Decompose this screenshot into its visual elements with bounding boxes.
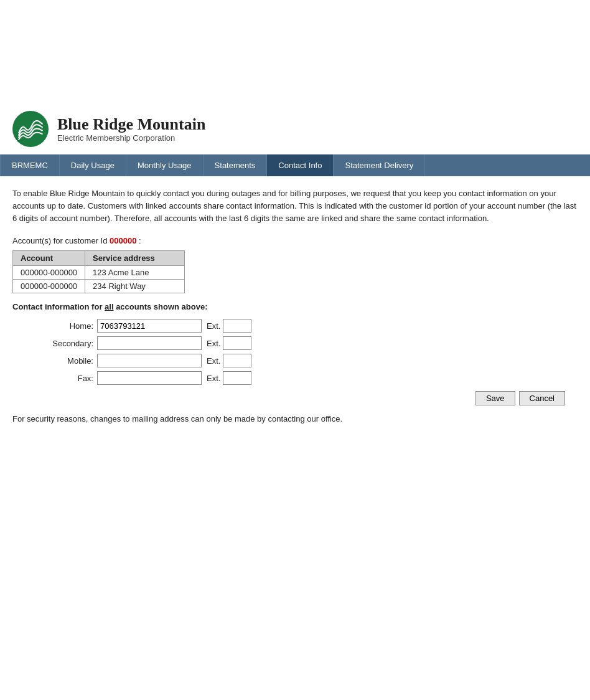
- secondary-ext-input[interactable]: [223, 336, 251, 350]
- home-ext-label: Ext.: [207, 321, 220, 331]
- mobile-ext-label: Ext.: [207, 356, 220, 366]
- nav-statement-delivery[interactable]: Statement Delivery: [334, 154, 425, 176]
- contact-label-underline: all: [105, 302, 113, 311]
- contact-label-prefix: Contact information for: [12, 302, 105, 311]
- contact-form: Home: Ext. Secondary: Ext. Mobile: Ext. …: [37, 319, 578, 385]
- contact-label-suffix: accounts shown above:: [114, 302, 208, 311]
- nav-monthly-usage[interactable]: Monthly Usage: [126, 154, 204, 176]
- fax-ext-input[interactable]: [223, 371, 251, 385]
- secondary-ext-label: Ext.: [207, 339, 220, 348]
- fax-input[interactable]: [97, 371, 202, 385]
- save-button[interactable]: Save: [475, 391, 515, 405]
- logo: [12, 111, 49, 147]
- customer-id-value: 000000: [110, 236, 136, 245]
- secondary-row: Secondary: Ext.: [37, 336, 578, 350]
- nav-contact-info[interactable]: Contact Info: [267, 154, 334, 176]
- page-header: Blue Ridge Mountain Electric Membership …: [0, 100, 590, 154]
- form-buttons: Save Cancel: [12, 391, 578, 405]
- col-address: Service address: [85, 251, 185, 266]
- fax-ext-label: Ext.: [207, 374, 220, 383]
- mobile-phone-input[interactable]: [97, 354, 202, 367]
- service-address-2: 234 Right Way: [85, 280, 185, 293]
- header-text: Blue Ridge Mountain Electric Membership …: [57, 115, 205, 143]
- account-number-2: 000000-000000: [13, 280, 85, 293]
- nav-statements[interactable]: Statements: [204, 154, 268, 176]
- fax-label: Fax:: [37, 374, 93, 383]
- company-name: Blue Ridge Mountain: [57, 115, 205, 134]
- account-section-header: Account(s) for customer Id 000000 :: [12, 236, 578, 245]
- main-nav: BRMEMC Daily Usage Monthly Usage Stateme…: [0, 154, 590, 176]
- main-content: To enable Blue Ridge Mountain to quickly…: [0, 176, 590, 435]
- service-address-1: 123 Acme Lane: [85, 266, 185, 280]
- mobile-ext-input[interactable]: [223, 354, 251, 367]
- home-row: Home: Ext.: [37, 319, 578, 333]
- col-account: Account: [13, 251, 85, 266]
- secondary-label: Secondary:: [37, 339, 93, 348]
- security-note: For security reasons, changes to mailing…: [12, 414, 578, 423]
- cancel-button[interactable]: Cancel: [519, 391, 565, 405]
- table-row: 000000-000000 234 Right Way: [13, 280, 185, 293]
- account-number-1: 000000-000000: [13, 266, 85, 280]
- secondary-phone-input[interactable]: [97, 336, 202, 350]
- home-label: Home:: [37, 321, 93, 331]
- accounts-table: Account Service address 000000-000000 12…: [12, 250, 185, 293]
- top-spacer: [0, 0, 590, 100]
- home-phone-input[interactable]: [97, 319, 202, 333]
- nav-brmemc[interactable]: BRMEMC: [0, 154, 60, 176]
- account-header-prefix: Account(s) for customer Id: [12, 236, 107, 245]
- table-row: 000000-000000 123 Acme Lane: [13, 266, 185, 280]
- mobile-label: Mobile:: [37, 356, 93, 366]
- mobile-row: Mobile: Ext.: [37, 354, 578, 367]
- fax-row: Fax: Ext.: [37, 371, 578, 385]
- nav-daily-usage[interactable]: Daily Usage: [60, 154, 126, 176]
- intro-paragraph: To enable Blue Ridge Mountain to quickly…: [12, 187, 578, 225]
- company-subtitle: Electric Membership Corporation: [57, 133, 205, 143]
- contact-info-label: Contact information for all accounts sho…: [12, 302, 578, 311]
- account-header-suffix: :: [139, 236, 141, 245]
- home-ext-input[interactable]: [223, 319, 251, 333]
